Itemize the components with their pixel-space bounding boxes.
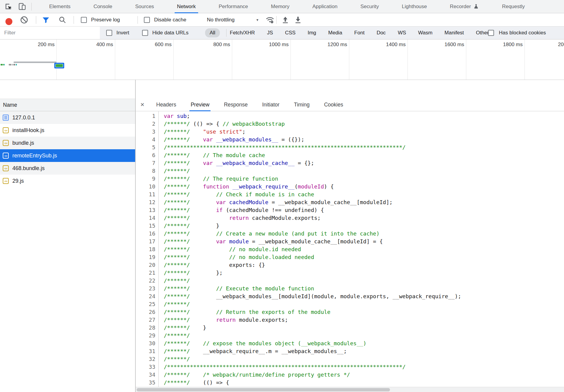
line-text: /******/ /* webpack/runtime/define prope… [159, 371, 350, 379]
tab-security[interactable]: Security [351, 0, 388, 13]
invert-label[interactable]: Invert [116, 27, 129, 39]
filter-type-all[interactable]: All [205, 27, 220, 39]
export-har-icon[interactable] [294, 13, 302, 27]
filter-input[interactable]: Filter [0, 27, 100, 39]
filter-type-img[interactable]: Img [303, 30, 320, 36]
tab-recorder[interactable]: Recorder [441, 0, 488, 13]
line-number: 13 [136, 206, 159, 214]
waterfall-mark[interactable] [16, 64, 17, 65]
request-row-installHook-js[interactable]: <>installHook.js [0, 124, 135, 137]
waterfall-selected-request[interactable] [54, 63, 64, 68]
code-line: 23/******/ // Execute the module functio… [136, 285, 564, 292]
tab-sources[interactable]: Sources [126, 0, 163, 13]
tab-lighthouse[interactable]: Lighthouse [393, 0, 436, 13]
line-text: /******/ // no module.loaded needed [159, 253, 314, 261]
tab-elements[interactable]: Elements [40, 0, 80, 13]
line-text: /******/ [159, 277, 190, 285]
line-number: 19 [136, 253, 159, 261]
import-har-icon[interactable] [281, 13, 290, 27]
scrollbar-thumb[interactable] [137, 388, 390, 391]
script-icon: <> [3, 140, 9, 146]
waterfall-mark[interactable] [3, 64, 4, 65]
checkbox-box[interactable] [106, 30, 112, 36]
tab-console[interactable]: Console [84, 0, 121, 13]
filter-type-all-pill[interactable]: All [205, 28, 220, 37]
network-overview-timeline[interactable]: 200 ms400 ms600 ms800 ms1000 ms1200 ms14… [0, 40, 564, 80]
filter-type-css[interactable]: CSS [281, 30, 300, 36]
has-blocked-cookies-label[interactable]: Has blocked cookies [499, 30, 546, 36]
line-number: 10 [136, 183, 159, 191]
tab-headers[interactable]: Headers [149, 99, 183, 111]
tab-requestly[interactable]: Requestly [493, 0, 534, 13]
line-text: /******/ return cachedModule.exports; [159, 214, 321, 222]
filter-type-js[interactable]: JS [263, 30, 277, 36]
preserve-log-label[interactable]: Preserve log [91, 13, 120, 27]
line-text: /******/ [159, 332, 190, 340]
waterfall-mark[interactable] [14, 64, 15, 65]
code-line: 11/******/ // Check if module is in cach… [136, 191, 564, 198]
waterfall-mark[interactable] [1, 64, 2, 65]
waterfall-bar[interactable] [14, 62, 56, 63]
tab-initiator[interactable]: Initiator [255, 99, 287, 111]
checkbox-box[interactable] [142, 30, 148, 36]
checkbox-box[interactable] [81, 17, 87, 23]
record-button[interactable] [5, 18, 12, 25]
line-number: 26 [136, 308, 159, 316]
checkbox-box[interactable] [144, 17, 150, 23]
request-row-remoteEntrySub-js[interactable]: <>remoteEntrySub.js [0, 149, 135, 162]
tab-preview[interactable]: Preview [183, 99, 217, 111]
tab-response[interactable]: Response [217, 99, 255, 111]
network-conditions-icon[interactable] [265, 13, 274, 27]
filter-type-manifest[interactable]: Manifest [440, 30, 468, 36]
filter-type-media[interactable]: Media [324, 30, 346, 36]
filter-type-font[interactable]: Font [350, 30, 369, 36]
line-number: 9 [136, 175, 159, 183]
hide-data-urls-checkbox[interactable] [142, 27, 148, 39]
tab-timing[interactable]: Timing [287, 99, 317, 111]
line-number: 16 [136, 230, 159, 238]
throttling-select[interactable]: No throttling [207, 13, 235, 27]
waterfall-mark[interactable] [12, 64, 13, 65]
tab-cookies[interactable]: Cookies [317, 99, 350, 111]
tab-application[interactable]: Application [303, 0, 347, 13]
line-number: 20 [136, 261, 159, 269]
invert-checkbox[interactable] [106, 27, 112, 39]
timeline-tick-label: 1600 ms [445, 42, 464, 48]
disable-cache-label[interactable]: Disable cache [154, 13, 186, 27]
tab-memory[interactable]: Memory [262, 0, 298, 13]
request-row-bundle-js[interactable]: <>bundle.js [0, 137, 135, 149]
chevron-down-icon[interactable]: ▼ [256, 13, 259, 27]
preserve-log-checkbox[interactable] [81, 13, 87, 27]
line-number: 11 [136, 191, 159, 198]
request-row-29-js[interactable]: <>29.js [0, 175, 135, 187]
tab-label: Memory [271, 4, 289, 10]
line-text: /******/ var __webpack_modules__ = ({}); [159, 136, 304, 144]
has-blocked-cookies-filter[interactable]: Has blocked cookies [488, 27, 564, 39]
line-number: 7 [136, 159, 159, 167]
code-line: 26/******/ // Return the exports of the … [136, 308, 564, 316]
filter-toggle-icon[interactable] [42, 13, 50, 27]
waterfall-mark[interactable] [9, 64, 11, 65]
device-toolbar-icon[interactable] [17, 2, 27, 11]
request-row-468-bundle-js[interactable]: <>468.bundle.js [0, 162, 135, 175]
checkbox-box[interactable] [488, 30, 494, 36]
search-icon[interactable] [59, 13, 66, 27]
disable-cache-checkbox[interactable] [144, 13, 150, 27]
line-text: /******/ return module.exports; [159, 316, 288, 324]
request-row-127-0-0-1[interactable]: 127.0.0.1 [0, 111, 135, 124]
inspect-element-icon[interactable] [4, 2, 13, 11]
filter-type-ws[interactable]: WS [394, 30, 410, 36]
filter-type-wasm[interactable]: Wasm [414, 30, 437, 36]
hide-data-urls-label[interactable]: Hide data URLs [152, 27, 189, 39]
tab-performance[interactable]: Performance [210, 0, 257, 13]
tab-network[interactable]: Network [168, 0, 205, 13]
filter-type-fetchxhr[interactable]: Fetch/XHR [226, 30, 259, 36]
code-line: 14/******/ return cachedModule.exports; [136, 214, 564, 222]
close-icon[interactable]: ✕ [136, 99, 149, 111]
filter-type-doc[interactable]: Doc [372, 30, 390, 36]
horizontal-scrollbar[interactable] [136, 387, 564, 392]
clear-button[interactable] [20, 13, 28, 27]
name-column-header[interactable]: Name [0, 99, 135, 111]
code-line: 30/******/ // expose the modules object … [136, 340, 564, 347]
waterfall-mark[interactable] [4, 64, 5, 65]
